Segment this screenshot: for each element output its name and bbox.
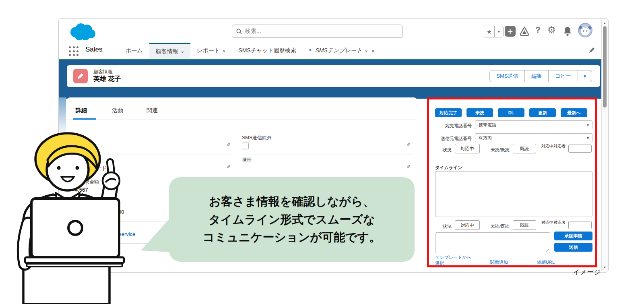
field-label: 携帯	[242, 157, 252, 163]
field-divider	[242, 155, 413, 155]
message-textarea[interactable]	[435, 232, 550, 253]
speech-bubble-tail	[140, 218, 171, 253]
select-from-template-link[interactable]: テンプレートから選択	[435, 255, 473, 266]
send-button[interactable]: 送信	[554, 243, 592, 252]
search-icon	[236, 29, 242, 34]
close-tab-icon[interactable]: ×	[372, 48, 375, 54]
edit-field-pencil-icon[interactable]: ✎	[406, 164, 411, 170]
read-state-box[interactable]: 既読	[513, 144, 536, 153]
edit-button[interactable]: 編集	[525, 70, 549, 82]
help-icon: ?	[535, 25, 541, 34]
record-name: 英雄 花子	[93, 75, 121, 83]
read-state-box[interactable]: 既読	[513, 220, 536, 230]
sms-send-button[interactable]: SMS送信	[489, 70, 525, 82]
status-value-box[interactable]: 対応中	[455, 220, 480, 230]
timeline-textarea[interactable]	[435, 171, 592, 217]
approval-request-button[interactable]: 承認申請	[554, 232, 592, 240]
read-state-label: 未読/既読	[486, 223, 510, 230]
salesforce-logo	[68, 22, 100, 43]
record-header: 顧客情報 英雄 花子 SMS送信 編集 コピー ▼	[67, 65, 600, 87]
to-phone-label: 宛先電話番号	[432, 123, 472, 129]
respond-complete-button[interactable]: 対応完了	[435, 108, 462, 117]
to-latest-button[interactable]: 最新へ	[561, 108, 587, 117]
app-name: Sales	[85, 45, 103, 54]
bubble-text-line: お客さま情報を確認しながら、	[209, 192, 374, 211]
nav-edit-pencil-icon[interactable]	[588, 47, 595, 54]
plus-icon: ＋	[506, 26, 514, 37]
record-object-icon	[73, 69, 88, 83]
edit-field-pencil-icon[interactable]: ✎	[226, 164, 231, 170]
scrollbar-thumb[interactable]	[603, 26, 607, 108]
edit-field-pencil-icon[interactable]: ✎	[226, 142, 231, 148]
add-function-link[interactable]: 関数追加	[490, 260, 508, 265]
scroll-down-icon[interactable]: ▼	[602, 266, 608, 269]
vertical-scrollbar[interactable]: ▲ ▼	[601, 20, 608, 271]
favorite-star-button[interactable]: ★	[484, 26, 495, 37]
handler-input[interactable]	[568, 221, 592, 229]
handler-input[interactable]	[568, 145, 592, 153]
chevron-down-icon[interactable]: ∨	[365, 49, 367, 53]
status-label: 状況	[437, 223, 452, 230]
resize-handle[interactable]	[546, 249, 549, 252]
chevron-down-icon: ▾	[587, 123, 589, 127]
image-caption: イメージ	[573, 268, 601, 277]
help-button[interactable]: ?	[535, 25, 541, 35]
nav-tab-sms-chat-history[interactable]: SMSチャット履歴検索	[232, 43, 303, 59]
unread-button[interactable]: 未読	[466, 108, 493, 117]
chevron-down-icon[interactable]: ∨	[181, 50, 184, 54]
more-actions-dropdown[interactable]: ▼	[578, 70, 592, 82]
short-url-link[interactable]: 短縮URL	[537, 260, 555, 265]
unsaved-indicator: *	[309, 48, 311, 54]
global-search[interactable]: 検索...	[232, 25, 403, 38]
gear-icon: ⚙	[547, 25, 556, 35]
handler-label: 対応中対応者	[541, 144, 566, 149]
tab-details[interactable]: 詳細	[76, 107, 87, 114]
notifications-button[interactable]	[563, 26, 572, 37]
user-avatar[interactable]	[578, 23, 592, 37]
read-state-label: 未読/既読	[486, 147, 510, 153]
field-label: SMS送信除外	[242, 134, 272, 141]
from-phone-select[interactable]: 双方向▾	[475, 133, 592, 142]
chevron-down-icon[interactable]: ∨	[223, 49, 225, 53]
app-launcher-button[interactable]	[69, 46, 79, 57]
edit-field-pencil-icon[interactable]: ✎	[406, 142, 411, 148]
record-object-label: 顧客情報	[93, 68, 113, 75]
bubble-text-line: コミュニケーションが可能です。	[203, 228, 381, 246]
to-phone-select[interactable]: 携帯電話▾	[475, 120, 592, 129]
dl-button[interactable]: DL	[498, 108, 524, 117]
guidance-center-icon[interactable]	[519, 26, 530, 37]
nav-tab-reports[interactable]: レポート∨	[190, 43, 232, 59]
nav-tab-home[interactable]: ホーム	[119, 43, 149, 59]
person-illustration	[0, 118, 137, 304]
status-label: 状況	[437, 147, 452, 153]
refresh-button[interactable]: 更新	[529, 108, 556, 117]
bubble-text-line: タイムライン形式でスムーズな	[208, 211, 375, 229]
record-action-buttons: SMS送信 編集 コピー ▼	[489, 70, 592, 82]
favorites-dropdown-button[interactable]: ▾	[495, 26, 503, 37]
copy-button[interactable]: コピー	[549, 70, 578, 82]
bell-icon	[564, 27, 571, 33]
from-phone-label: 送信元電話番号	[432, 136, 472, 142]
nav-tab-sms-template[interactable]: * SMSテンプレート ∨ ×	[303, 43, 382, 59]
tab-activity[interactable]: 活動	[112, 107, 123, 114]
timeline-label: タイムライン	[435, 165, 471, 171]
star-icon: ★	[487, 28, 492, 35]
contact-pencil-icon	[76, 72, 85, 80]
search-placeholder: 検索...	[245, 28, 261, 35]
handler-label: 対応中対応者	[541, 220, 566, 225]
chevron-down-icon: ▾	[587, 136, 589, 140]
scroll-up-icon[interactable]: ▲	[602, 21, 608, 25]
sms-exclude-checkbox[interactable]	[242, 143, 249, 149]
tab-related[interactable]: 関連	[147, 107, 158, 114]
favorites-control: ★ ▾	[484, 26, 504, 37]
annotation-speech-bubble: お客さま情報を確認しながら、 タイムライン形式でスムーズな コミュニケーションが…	[169, 177, 415, 262]
global-actions-button[interactable]: ＋	[505, 26, 516, 37]
nav-tab-customer-info[interactable]: 顧客情報∨	[149, 43, 190, 59]
status-value-box[interactable]: 対応中	[455, 144, 480, 153]
sms-timeline-panel: 対応完了 未読 DL 更新 最新へ 宛先電話番号 携帯電話▾ 送信元電話番号 双…	[427, 97, 597, 267]
nav-bar: ホーム 顧客情報∨ レポート∨ SMSチャット履歴検索 * SMSテンプレート …	[119, 43, 381, 59]
setup-button[interactable]: ⚙	[547, 25, 556, 35]
